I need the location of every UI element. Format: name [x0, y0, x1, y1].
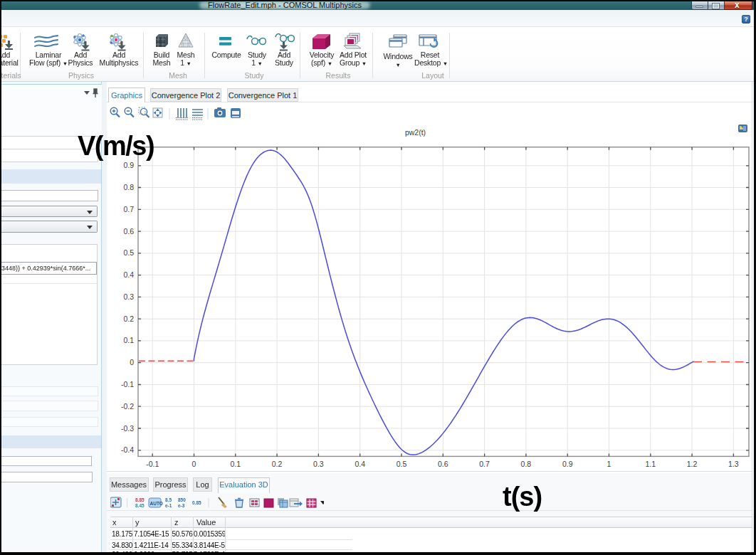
svg-text:1.1: 1.1: [645, 460, 656, 468]
svg-text:-0.2: -0.2: [121, 402, 134, 411]
svg-text:pw2(t): pw2(t): [405, 128, 426, 137]
svg-text:0.3: 0.3: [123, 292, 134, 301]
svg-text:e-3: e-3: [178, 503, 185, 508]
svg-text:0.7: 0.7: [123, 205, 134, 213]
svg-text:0.6: 0.6: [123, 227, 134, 236]
svg-text:0.5: 0.5: [397, 460, 407, 468]
svg-text:0.85: 0.85: [192, 500, 201, 505]
svg-text:8.45: 8.45: [135, 503, 145, 508]
svg-text:0.7: 0.7: [479, 460, 490, 468]
svg-text:0.4: 0.4: [123, 270, 134, 279]
svg-text:AUTO: AUTO: [150, 501, 163, 506]
svg-text:0.2: 0.2: [123, 314, 134, 323]
svg-text:0.5: 0.5: [123, 248, 134, 257]
svg-text:0.3: 0.3: [313, 460, 324, 468]
svg-text:0.9: 0.9: [562, 460, 573, 468]
svg-text:1.2: 1.2: [687, 460, 698, 468]
svg-text:-0.3: -0.3: [121, 424, 134, 433]
svg-text:8.85: 8.85: [135, 497, 145, 502]
svg-text:850: 850: [178, 497, 186, 502]
svg-text:0: 0: [130, 358, 134, 366]
svg-text:e-1: e-1: [165, 503, 172, 508]
svg-text:-0.4: -0.4: [121, 445, 134, 454]
svg-text:0.1: 0.1: [123, 336, 134, 344]
svg-text:8.5: 8.5: [165, 497, 172, 502]
svg-text:1.3: 1.3: [728, 460, 739, 468]
svg-text:0.8: 0.8: [123, 183, 134, 191]
svg-text:1: 1: [607, 460, 611, 468]
svg-text:-0.1: -0.1: [146, 460, 159, 468]
svg-text:0: 0: [192, 460, 196, 468]
svg-text:-0.1: -0.1: [121, 380, 134, 388]
svg-text:0.1: 0.1: [230, 460, 241, 468]
svg-text:0.2: 0.2: [272, 460, 283, 468]
svg-text:0.8: 0.8: [521, 460, 532, 468]
svg-text:0.4: 0.4: [355, 460, 365, 468]
svg-text:0.9: 0.9: [123, 161, 134, 169]
svg-text:0.6: 0.6: [438, 460, 448, 468]
